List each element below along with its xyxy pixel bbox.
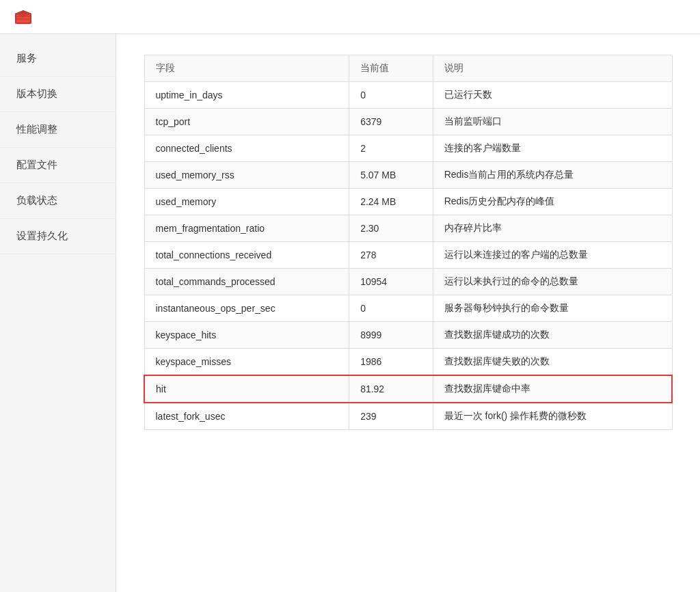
table-row: hit81.92查找数据库键命中率 — [144, 375, 672, 403]
table-cell-desc: 最近一次 fork() 操作耗费的微秒数 — [433, 403, 672, 430]
table-cell-field: keyspace_hits — [144, 322, 349, 349]
table-row: keyspace_misses1986查找数据库键失败的次数 — [144, 349, 672, 376]
table-cell-field: hit — [144, 375, 349, 403]
table-cell-desc: Redis当前占用的系统内存总量 — [433, 162, 672, 189]
table-cell-field: used_memory — [144, 189, 349, 215]
table-row: tcp_port6379当前监听端口 — [144, 109, 672, 135]
table-cell-value: 1986 — [349, 349, 433, 376]
sidebar: 服务版本切换性能调整配置文件负载状态设置持久化 — [0, 34, 116, 592]
sidebar-item[interactable]: 版本切换 — [0, 77, 116, 112]
sidebar-item[interactable]: 设置持久化 — [0, 219, 116, 254]
table-cell-value: 5.07 MB — [349, 162, 433, 189]
table-row: keyspace_hits8999查找数据库键成功的次数 — [144, 322, 672, 349]
table-row: uptime_in_days0已运行天数 — [144, 82, 672, 109]
table-row: mem_fragmentation_ratio2.30内存碎片比率 — [144, 215, 672, 242]
table-header-row: 字段当前值说明 — [144, 55, 672, 82]
table-col-header: 当前值 — [349, 55, 433, 82]
table-cell-value: 0 — [349, 295, 433, 322]
table-cell-value: 2.30 — [349, 215, 433, 242]
table-row: latest_fork_usec239最近一次 fork() 操作耗费的微秒数 — [144, 403, 672, 430]
table-cell-field: tcp_port — [144, 109, 349, 135]
table-row: used_memory_rss5.07 MBRedis当前占用的系统内存总量 — [144, 162, 672, 189]
table-row: connected_clients2连接的客户端数量 — [144, 135, 672, 162]
main-content: 字段当前值说明 uptime_in_days0已运行天数tcp_port6379… — [116, 34, 700, 592]
table-cell-value: 10954 — [349, 269, 433, 295]
table-cell-desc: 运行以来连接过的客户端的总数量 — [433, 242, 672, 269]
sidebar-item[interactable]: 配置文件 — [0, 148, 116, 183]
table-cell-field: keyspace_misses — [144, 349, 349, 376]
table-cell-value: 81.92 — [349, 375, 433, 403]
table-cell-field: total_commands_processed — [144, 269, 349, 295]
sidebar-item[interactable]: 性能调整 — [0, 112, 116, 148]
table-cell-desc: Redis历史分配内存的峰值 — [433, 189, 672, 215]
table-cell-desc: 已运行天数 — [433, 82, 672, 109]
table-cell-value: 6379 — [349, 109, 433, 135]
sidebar-item[interactable]: 服务 — [0, 41, 116, 77]
table-cell-desc: 服务器每秒钟执行的命令数量 — [433, 295, 672, 322]
table-cell-value: 2 — [349, 135, 433, 162]
table-cell-value: 2.24 MB — [349, 189, 433, 215]
app-header — [0, 0, 700, 34]
table-cell-field: latest_fork_usec — [144, 403, 349, 430]
app-logo — [14, 8, 40, 27]
table-row: used_memory2.24 MBRedis历史分配内存的峰值 — [144, 189, 672, 215]
table-cell-desc: 查找数据库键成功的次数 — [433, 322, 672, 349]
table-cell-desc: 当前监听端口 — [433, 109, 672, 135]
table-cell-desc: 内存碎片比率 — [433, 215, 672, 242]
table-col-header: 字段 — [144, 55, 349, 82]
table-cell-field: used_memory_rss — [144, 162, 349, 189]
stats-table: 字段当前值说明 uptime_in_days0已运行天数tcp_port6379… — [144, 55, 673, 430]
table-row: total_commands_processed10954运行以来执行过的命令的… — [144, 269, 672, 295]
table-cell-field: instantaneous_ops_per_sec — [144, 295, 349, 322]
table-row: instantaneous_ops_per_sec0服务器每秒钟执行的命令数量 — [144, 295, 672, 322]
table-cell-field: mem_fragmentation_ratio — [144, 215, 349, 242]
table-cell-desc: 查找数据库键失败的次数 — [433, 349, 672, 376]
table-cell-value: 239 — [349, 403, 433, 430]
table-row: total_connections_received278运行以来连接过的客户端… — [144, 242, 672, 269]
table-cell-desc: 运行以来执行过的命令的总数量 — [433, 269, 672, 295]
table-cell-value: 278 — [349, 242, 433, 269]
table-cell-field: uptime_in_days — [144, 82, 349, 109]
table-cell-value: 0 — [349, 82, 433, 109]
sidebar-item[interactable]: 负载状态 — [0, 183, 116, 219]
table-col-header: 说明 — [433, 55, 672, 82]
table-cell-field: total_connections_received — [144, 242, 349, 269]
main-layout: 服务版本切换性能调整配置文件负载状态设置持久化 字段当前值说明 uptime_i… — [0, 34, 700, 592]
table-cell-desc: 查找数据库键命中率 — [433, 375, 672, 403]
table-cell-field: connected_clients — [144, 135, 349, 162]
table-cell-desc: 连接的客户端数量 — [433, 135, 672, 162]
redis-icon — [14, 8, 33, 27]
table-cell-value: 8999 — [349, 322, 433, 349]
